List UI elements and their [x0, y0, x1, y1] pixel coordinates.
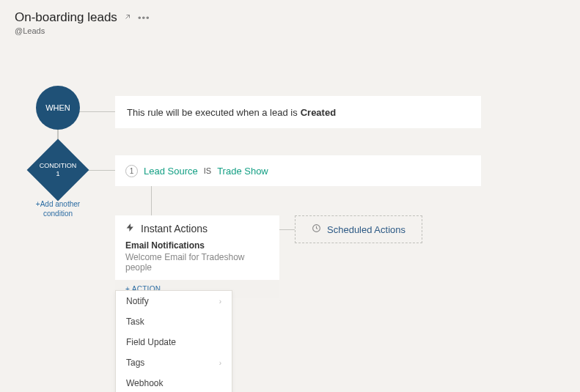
when-trigger: Created [301, 107, 336, 118]
when-node[interactable]: WHEN [36, 86, 80, 130]
dropdown-item[interactable]: Webhook [116, 373, 232, 392]
connector-line [279, 229, 295, 230]
dropdown-item[interactable]: Tags› [116, 352, 232, 373]
lightning-icon [125, 223, 135, 234]
page-header: On-boarding leads ••• @Leads [0, 0, 580, 40]
action-dropdown: Notify›TaskField UpdateTags›WebhookFunct… [115, 290, 232, 392]
when-label: WHEN [45, 103, 70, 112]
condition-node[interactable]: CONDITION 1 [36, 148, 80, 192]
dropdown-item[interactable]: Task [116, 311, 232, 332]
connector-line [151, 186, 152, 215]
scheduled-actions-card[interactable]: Scheduled Actions [295, 215, 422, 243]
condition-field[interactable]: Lead Source [144, 166, 198, 177]
page-title: On-boarding leads [15, 10, 117, 25]
condition-label: CONDITION [40, 162, 77, 170]
external-link-icon[interactable] [123, 12, 132, 23]
dropdown-item-label: Webhook [126, 378, 163, 388]
condition-value[interactable]: Trade Show [217, 166, 268, 177]
instant-action-item[interactable]: Welcome Email for Tradeshow people [115, 252, 279, 280]
dropdown-item-label: Field Update [126, 337, 176, 347]
instant-section-label: Email Notifications [115, 240, 279, 252]
dropdown-item-label: Task [126, 317, 144, 327]
more-icon[interactable]: ••• [138, 12, 150, 23]
dropdown-item-label: Notify [126, 296, 149, 306]
chevron-right-icon: › [219, 297, 221, 306]
when-trigger-card[interactable]: This rule will be executed when a lead i… [115, 96, 481, 128]
instant-actions-card: Instant Actions Email Notifications Welc… [115, 215, 279, 298]
condition-card[interactable]: 1 Lead Source IS Trade Show [115, 155, 481, 186]
clock-icon [312, 223, 321, 235]
condition-step-badge: 1 [125, 165, 138, 177]
connector-line [79, 111, 116, 112]
module-subtitle: @Leads [15, 26, 565, 35]
chevron-right-icon: › [219, 359, 221, 367]
dropdown-item[interactable]: Field Update [116, 332, 232, 352]
add-condition-link[interactable]: +Add another condition [34, 199, 81, 218]
when-text: This rule will be executed when a lead i… [127, 107, 298, 118]
condition-number: 1 [56, 170, 59, 178]
dropdown-item-label: Tags [126, 358, 144, 368]
connector-line [87, 170, 116, 171]
instant-actions-title: Instant Actions [141, 223, 208, 234]
condition-operator: IS [204, 166, 211, 175]
scheduled-actions-label: Scheduled Actions [327, 224, 405, 235]
dropdown-item[interactable]: Notify› [116, 291, 232, 311]
